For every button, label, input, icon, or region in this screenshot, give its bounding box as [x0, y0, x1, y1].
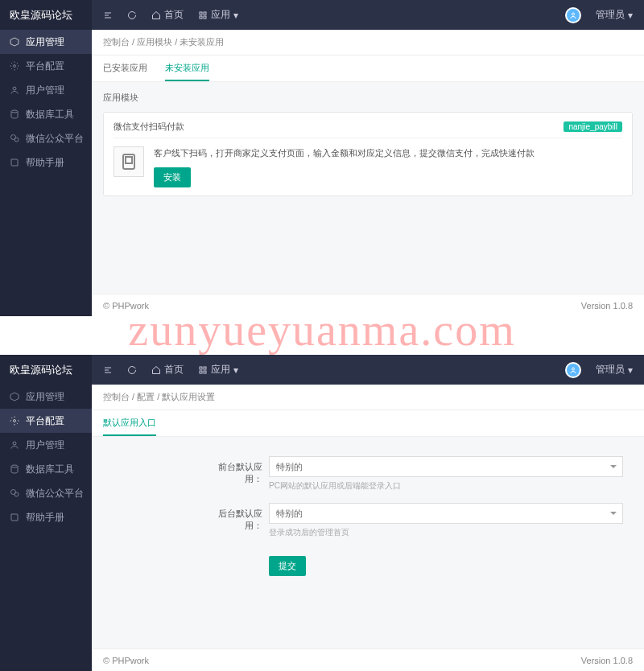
user-icon	[10, 85, 19, 95]
sidebar-item-help[interactable]: 帮助手册	[0, 505, 92, 529]
svg-rect-11	[126, 157, 132, 163]
database-icon	[10, 109, 19, 119]
sidebar-item-label: 应用管理	[26, 390, 64, 404]
avatar[interactable]	[565, 7, 581, 23]
back-default-select[interactable]: 特别的	[269, 503, 623, 524]
footer: © PHPwork Version 1.0.8	[92, 648, 644, 671]
svg-point-14	[11, 465, 18, 467]
sidebar-item-label: 数据库工具	[26, 463, 74, 476]
back-hint: 登录成功后的管理首页	[269, 527, 623, 538]
front-hint: PC网站的默认应用或后端能登录入口	[269, 480, 623, 492]
chevron-down-icon: ▾	[233, 10, 238, 21]
back-default-label: 后台默认应用：	[204, 503, 269, 532]
chevron-down-icon: ▾	[628, 10, 633, 21]
svg-rect-18	[204, 367, 206, 369]
breadcrumb: 控制台 / 配置 / 默认应用设置	[92, 385, 644, 410]
avatar[interactable]	[565, 362, 581, 378]
sidebar-item-label: 数据库工具	[26, 108, 74, 121]
svg-point-9	[572, 13, 575, 15]
book-icon	[10, 158, 19, 167]
sidebar-item-wechat[interactable]: 微信公众平台	[0, 481, 92, 505]
module-card: 微信支付扫码付款 nanjie_paybill 客户线下扫码，打开商家定义支付页…	[103, 112, 633, 196]
gear-icon	[10, 61, 19, 71]
sidebar-item-user-manage[interactable]: 用户管理	[0, 78, 92, 102]
menu-toggle[interactable]	[103, 10, 113, 20]
wechat-icon	[10, 488, 19, 498]
svg-point-1	[13, 87, 16, 90]
topbar: 首页 应用 ▾ 管理员 ▾	[92, 0, 644, 30]
sidebar-item-label: 应用管理	[26, 35, 64, 49]
sidebar-item-help[interactable]: 帮助手册	[0, 150, 92, 175]
footer: © PHPwork Version 1.0.8	[92, 294, 644, 316]
database-icon	[10, 464, 19, 474]
module-description: 客户线下扫码，打开商家定义支付页面，输入金额和对应定义信息，提交微信支付，完成快…	[154, 146, 535, 161]
app-dropdown[interactable]: 应用 ▾	[198, 8, 238, 22]
user-menu[interactable]: 管理员 ▾	[596, 8, 633, 22]
module-thumbnail	[114, 146, 144, 177]
chevron-down-icon: ▾	[233, 364, 238, 376]
module-tag: nanjie_paybill	[564, 121, 622, 132]
sidebar-item-user-manage[interactable]: 用户管理	[0, 433, 92, 457]
cube-icon	[10, 392, 19, 401]
tabs: 已安装应用 未安装应用	[92, 56, 644, 82]
book-icon	[10, 513, 19, 522]
svg-point-13	[13, 442, 16, 445]
svg-point-2	[11, 110, 18, 113]
sidebar-item-label: 用户管理	[26, 84, 64, 97]
sidebar-item-label: 微信公众平台	[26, 487, 84, 500]
svg-rect-8	[204, 16, 206, 19]
sidebar-item-label: 平台配置	[26, 60, 64, 73]
footer-version: Version 1.0.8	[581, 656, 633, 665]
user-menu[interactable]: 管理员 ▾	[596, 363, 633, 377]
breadcrumb: 控制台 / 应用模块 / 未安装应用	[92, 30, 644, 56]
gear-icon	[10, 416, 19, 426]
cube-icon	[10, 37, 19, 47]
sidebar-item-label: 平台配置	[26, 414, 64, 428]
sidebar-item-app-manage[interactable]: 应用管理	[0, 385, 92, 409]
sidebar-item-platform-config[interactable]: 平台配置	[0, 409, 92, 433]
tab-installed[interactable]: 已安装应用	[103, 56, 147, 81]
footer-version: Version 1.0.8	[581, 301, 633, 311]
section-title: 应用模块	[103, 92, 633, 104]
footer-copyright: © PHPwork	[103, 301, 149, 311]
wechat-icon	[10, 134, 19, 143]
svg-rect-20	[204, 371, 206, 373]
svg-rect-6	[204, 12, 206, 14]
submit-button[interactable]: 提交	[269, 556, 306, 576]
front-default-label: 前台默认应用：	[204, 456, 269, 485]
sidebar-item-app-manage[interactable]: 应用管理	[0, 30, 92, 54]
svg-rect-17	[200, 367, 202, 369]
sidebar-item-db-tools[interactable]: 数据库工具	[0, 102, 92, 126]
svg-point-16	[14, 492, 19, 496]
svg-rect-5	[200, 12, 202, 14]
app-dropdown[interactable]: 应用 ▾	[198, 363, 238, 377]
sidebar-item-wechat[interactable]: 微信公众平台	[0, 126, 92, 150]
sidebar-item-db-tools[interactable]: 数据库工具	[0, 457, 92, 481]
chevron-down-icon: ▾	[628, 364, 633, 376]
svg-rect-7	[200, 16, 202, 19]
topbar: 首页 应用 ▾ 管理员 ▾	[92, 355, 644, 385]
user-icon	[10, 440, 19, 450]
refresh-button[interactable]	[127, 10, 137, 20]
menu-toggle[interactable]	[103, 365, 113, 375]
tab-uninstalled[interactable]: 未安装应用	[165, 56, 209, 81]
sidebar-item-label: 微信公众平台	[26, 132, 84, 146]
front-default-select[interactable]: 特别的	[269, 456, 623, 477]
main-area: 首页 应用 ▾ 管理员 ▾ 控制台 / 应用模块 / 未安装应用 已安装应用 未…	[92, 0, 644, 316]
svg-point-0	[14, 65, 16, 68]
svg-rect-19	[200, 371, 202, 373]
tabs: 默认应用入口	[92, 410, 644, 437]
install-button[interactable]: 安装	[154, 167, 191, 187]
sidebar-item-label: 帮助手册	[26, 156, 64, 170]
svg-point-4	[14, 138, 19, 142]
tab-default-app[interactable]: 默认应用入口	[103, 410, 156, 436]
home-link[interactable]: 首页	[151, 8, 184, 22]
home-link[interactable]: 首页	[151, 363, 184, 377]
sidebar-item-label: 帮助手册	[26, 511, 64, 525]
module-title: 微信支付扫码付款	[114, 121, 184, 133]
refresh-button[interactable]	[127, 365, 137, 375]
svg-point-12	[14, 420, 16, 422]
sidebar: 欧皇源码论坛 应用管理 平台配置 用户管理 数据库工具 微信公众平台	[0, 355, 92, 671]
footer-copyright: © PHPwork	[103, 656, 149, 665]
sidebar-item-platform-config[interactable]: 平台配置	[0, 54, 92, 78]
